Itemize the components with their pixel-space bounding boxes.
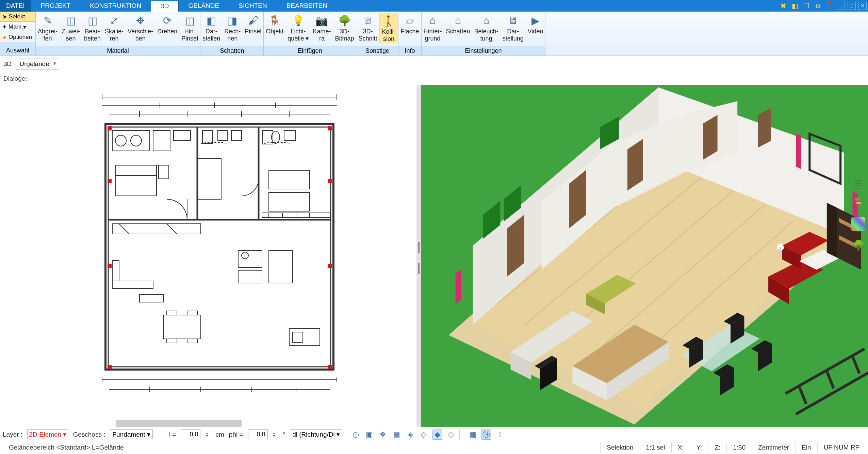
direction-select[interactable]: dl (Richtung/Di ▾ (290, 429, 342, 439)
grid-icon[interactable]: ▦ (468, 429, 478, 440)
menu-tab-projekt[interactable]: PROJEKT (31, 0, 81, 12)
svg-rect-45 (112, 281, 153, 288)
verschieben-button[interactable]: ✥Verschie- ben (126, 13, 155, 43)
palette-materials-icon[interactable]: ▦ (851, 217, 865, 231)
kamera-button[interactable]: 📷Kame- ra (311, 13, 333, 43)
kollision-button[interactable]: 🚶Kolli- sion (379, 13, 398, 43)
zuweisen-button[interactable]: ◫Zuwei- sen (60, 13, 82, 43)
menu-tab-3d[interactable]: 3D (151, 0, 179, 12)
hinpinsel-button[interactable]: ◫Hin. Pinsel (179, 13, 200, 43)
maximize-button[interactable]: □ (848, 2, 856, 10)
svg-rect-63 (328, 264, 332, 268)
minimize-button[interactable]: – (837, 2, 845, 10)
diamond1-icon[interactable]: ◈ (405, 429, 415, 440)
layer-select[interactable]: 2D-Elemen ▾ (27, 429, 68, 439)
palette-layers-icon[interactable]: ≣ (851, 175, 865, 189)
phi-input[interactable] (248, 429, 268, 439)
pinsel-label: Pinsel (245, 28, 261, 35)
3dschnitt-button[interactable]: ⎚3D- Schnitt (356, 13, 379, 43)
select-button[interactable]: ➤Selekt (0, 12, 35, 22)
rechnen-button[interactable]: ◨Rech- nen (222, 13, 243, 43)
schatten2-icon: ⌂ (451, 14, 465, 27)
floor-select[interactable]: Fundament ▾ (110, 429, 152, 439)
north-icon[interactable]: Ⓝ (481, 429, 491, 440)
options-button[interactable]: ＋Optionen (0, 32, 35, 42)
video-label: Video (528, 28, 543, 35)
svg-rect-64 (108, 365, 112, 369)
gear-icon[interactable]: ⚙ (814, 1, 822, 10)
length-input[interactable] (181, 429, 200, 439)
tool-icon[interactable]: ✖ (779, 1, 788, 10)
svg-rect-51 (187, 339, 197, 343)
beleuchtung-button[interactable]: ⌂Beleuch- tung (472, 13, 501, 43)
video-button[interactable]: ▶Video (526, 13, 545, 36)
darstellung-button[interactable]: 🖥Dar- stellung (501, 13, 526, 43)
close-button[interactable]: × (858, 2, 867, 10)
terrain-combo[interactable]: Urgelände (16, 59, 59, 69)
3dbitmap-button[interactable]: 🌳3D- Bitmap (333, 13, 356, 43)
capture-icon[interactable]: ▣ (364, 429, 374, 440)
palette-plants-icon[interactable]: 🌳 (851, 238, 865, 252)
stack-icon[interactable]: ▤ (391, 429, 402, 440)
flaeche-button[interactable]: ▱Fläche (398, 13, 421, 36)
3dschnitt-icon: ⎚ (361, 14, 375, 27)
stack-icon[interactable]: ❒ (802, 1, 811, 10)
pane-splitter[interactable] (416, 85, 421, 427)
clock-icon[interactable]: ◷ (350, 429, 361, 440)
kollision-label: Kolli- sion (382, 28, 395, 42)
group-label: Einstellungen (422, 46, 545, 56)
kamera-label: Kame- ra (313, 28, 331, 42)
licht-button[interactable]: 💡Licht- quelle ▾ (285, 13, 311, 43)
diamond4-icon[interactable]: ◇ (446, 429, 456, 440)
length-spinner[interactable]: ▲▼ (205, 432, 211, 437)
svg-rect-47 (163, 315, 201, 339)
menu-file[interactable]: DATEI (0, 0, 31, 12)
help-icon[interactable]: ❓ (825, 1, 834, 10)
drehen-button[interactable]: ⟳Drehen (155, 13, 179, 36)
hintergrund-button[interactable]: ⌂Hinter- grund (422, 13, 444, 43)
schatten2-button[interactable]: ⌂Schatten (444, 13, 472, 36)
svg-rect-24 (231, 130, 242, 141)
kamera-icon: 📷 (315, 14, 329, 27)
svg-rect-44 (112, 261, 119, 281)
pinsel-button[interactable]: 🖌Pinsel (243, 13, 263, 36)
abgreifen-button[interactable]: ✎Abgrei- fen (36, 13, 60, 43)
objekt-button[interactable]: 🪑Objekt (264, 13, 285, 36)
diamond3-icon[interactable]: ◆ (432, 429, 442, 440)
2d-floorplan-view[interactable] (0, 85, 416, 427)
darstellen-label: Dar- stellen (202, 28, 220, 42)
status-scale-sel: 1:1 sel (640, 442, 671, 453)
horizontal-scrollbar[interactable] (116, 420, 242, 427)
bearbeiten-label: Bear- beiten (84, 28, 101, 42)
layers-icon[interactable]: ❖ (378, 429, 388, 440)
bearbeiten-button[interactable]: ◫Bear- beiten (82, 13, 103, 43)
darstellen-button[interactable]: ◧Dar- stellen (200, 13, 222, 43)
window-icon[interactable]: ◧ (790, 1, 799, 10)
beleuchtung-label: Beleuch- tung (474, 28, 498, 42)
3dbitmap-label: 3D- Bitmap (335, 28, 354, 42)
group-label: Sonstige (356, 46, 398, 56)
menu-tab-bearbeiten[interactable]: BEARBEITEN (277, 0, 337, 12)
svg-rect-61 (328, 179, 332, 183)
menu-tab-konstruktion[interactable]: KONSTRUKTION (80, 0, 151, 12)
skalieren-button[interactable]: ⤢Skalie- ren (103, 13, 126, 43)
skalieren-icon: ⤢ (108, 14, 121, 27)
3d-render-view[interactable]: ≣ 🪑 ▦ 🌳 (421, 85, 868, 427)
svg-rect-54 (269, 250, 293, 283)
svg-rect-28 (116, 165, 157, 196)
menu-tab-gelaende[interactable]: GELÄNDE (179, 0, 229, 12)
menu-tab-sichten[interactable]: SICHTEN (229, 0, 277, 12)
video-icon: ▶ (529, 14, 542, 27)
svg-rect-13 (108, 127, 331, 367)
svg-marker-98 (456, 270, 461, 304)
layer-label: Layer : (3, 431, 22, 438)
svg-rect-52 (238, 250, 262, 267)
zuweisen-label: Zuwei- sen (62, 28, 80, 42)
mark-button[interactable]: ✦Mark. ▾ (0, 22, 35, 32)
palette-furniture-icon[interactable]: 🪑 (851, 196, 865, 210)
info-icon[interactable]: ⁞ (495, 429, 505, 440)
svg-marker-96 (796, 133, 801, 169)
diamond2-icon[interactable]: ◇ (419, 429, 429, 440)
phi-spinner[interactable]: ▲▼ (273, 432, 278, 437)
3dbitmap-icon: 🌳 (338, 14, 351, 27)
